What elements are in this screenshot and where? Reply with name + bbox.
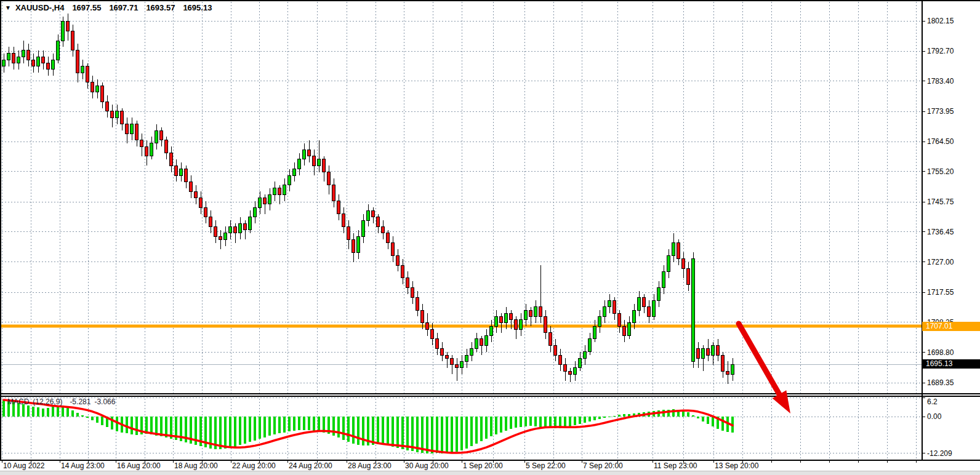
macd-bar [27,405,30,417]
date-axis-label: 24 Aug 20:00 [289,461,332,470]
candle [401,259,404,285]
candle [71,25,74,57]
candle [717,339,720,362]
macd-bar [268,417,271,436]
bull-candle-body [667,255,670,271]
ohlc-high: 1697.71 [109,3,138,12]
candle [593,320,596,343]
macd-bar [421,417,424,453]
macd-bar [259,417,261,439]
macd-bar [707,417,709,424]
indicator-name: MACD(12,26,9) [7,397,66,406]
bull-candle-body [653,300,656,316]
candle [475,333,478,352]
bull-candle-body [318,159,321,166]
candle [62,17,65,47]
macd-bar [382,417,384,445]
candle [126,118,129,143]
pane-separator[interactable] [0,393,980,394]
bull-candle-body [608,300,611,306]
bear-candle-body [510,313,513,319]
candle [131,118,134,140]
date-axis-label: 13 Sep 20:00 [715,461,758,470]
candle [106,95,109,118]
candle [534,300,537,323]
date-axis-label: 14 Aug 23:00 [61,461,105,470]
bear-candle-body [697,349,700,359]
bottom-scrollbar-strip[interactable] [0,471,980,475]
candle [278,185,281,204]
macd-bar [692,415,694,417]
macd-bar [500,417,502,433]
bull-candle-body [249,217,252,230]
macd-bar [66,408,69,417]
macd-bar [470,417,473,446]
candle [199,191,203,214]
candle [712,342,715,365]
candle [308,140,311,163]
time-axis-border [0,460,980,461]
bear-candle-body [396,255,400,265]
macd-bar [441,417,443,453]
candle [662,265,665,294]
bear-candle-body [539,307,542,317]
candle [643,294,646,313]
macd-bar [224,417,227,449]
candle [185,166,188,188]
bear-candle-body [377,217,380,227]
bear-candle-body [687,268,690,284]
macd-bar [387,417,389,445]
macd-bar [436,417,438,453]
macd-bar [342,417,345,440]
candle [111,105,114,127]
collapse-chart-icon[interactable]: ▼ [5,4,11,11]
macd-bar [613,416,616,417]
candle [682,252,685,278]
candle [293,162,296,182]
macd-bar [406,417,409,450]
candle [564,358,567,381]
date-axis-label: 18 Aug 20:00 [174,461,218,470]
bear-candle-body [195,191,198,198]
price-axis-label: 1745.75 [927,198,954,206]
bear-candle-body [342,214,345,227]
candle [7,47,10,66]
macd-bar [37,407,39,417]
pane-separator[interactable] [0,396,980,397]
bull-candle-body [534,307,537,317]
candle [490,320,493,343]
bear-candle-body [121,111,124,124]
bull-candle-body [638,297,641,310]
bear-candle-body [91,82,94,92]
macd-bar [593,417,596,420]
bear-candle-body [66,22,70,31]
macd-bar [293,417,295,431]
macd-bar [721,417,724,431]
macd-bar [308,417,310,430]
bull-candle-body [2,60,6,66]
annotation-arrow[interactable] [739,324,790,413]
candle [372,207,375,223]
bear-candle-body [332,185,335,201]
bear-candle-body [406,278,409,288]
candle [392,236,395,262]
candle [170,146,173,172]
candle [76,44,79,82]
bull-candle-body [37,57,40,66]
candle [480,336,483,355]
candle [382,220,385,239]
macd-bar [229,417,231,448]
macd-bar [111,417,113,429]
bear-candle-body [401,265,404,278]
candle [263,194,267,214]
candle [160,127,163,146]
bull-candle-body [588,339,592,352]
price-chart-canvas[interactable] [0,0,980,475]
macd-bar [712,417,714,426]
bull-candle-body [259,198,262,208]
indicator-signal-value: -3.066 [94,397,115,406]
macd-bar [81,415,84,417]
macd-bar [22,404,25,417]
bear-candle-body [382,226,385,233]
macd-bar [62,406,64,417]
